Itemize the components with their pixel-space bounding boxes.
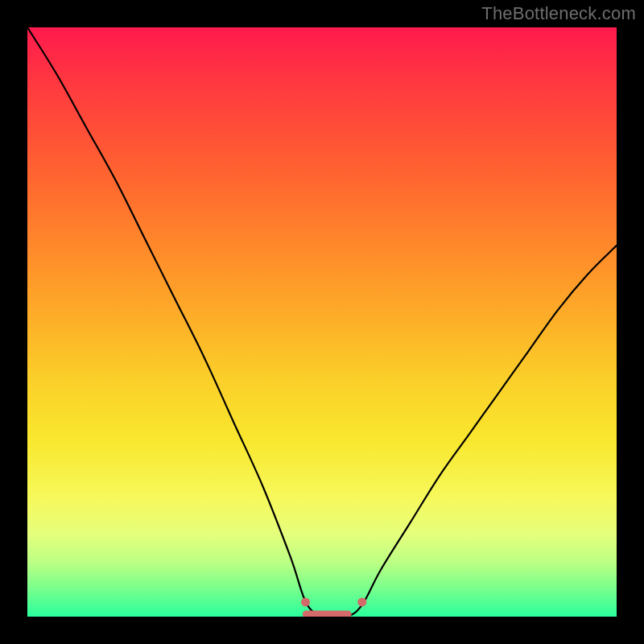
chart-frame: TheBottleneck.com xyxy=(0,0,644,644)
plot-area xyxy=(27,27,617,617)
endpoint-marker xyxy=(301,597,310,606)
bottleneck-curve-path xyxy=(27,27,617,617)
endpoint-marker xyxy=(357,597,366,606)
bottleneck-curve-svg xyxy=(27,27,617,617)
watermark-text: TheBottleneck.com xyxy=(481,3,636,24)
